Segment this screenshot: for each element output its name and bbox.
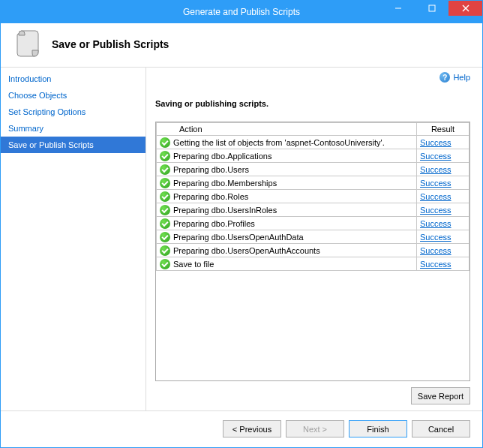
result-link[interactable]: Success — [420, 152, 452, 161]
action-text: Getting the list of objects from 'aspnet… — [173, 138, 385, 147]
result-link[interactable]: Success — [420, 138, 452, 147]
action-cell: Preparing dbo.Memberships — [157, 176, 417, 190]
nav-set-scripting-options[interactable]: Set Scripting Options — [1, 104, 146, 120]
table-row: Preparing dbo.UsersOpenAuthAccountsSucce… — [157, 244, 470, 257]
action-text: Preparing dbo.Applications — [173, 152, 272, 161]
success-icon — [160, 232, 170, 242]
minimize-button[interactable] — [381, 1, 415, 16]
action-cell: Preparing dbo.UsersOpenAuthData — [157, 230, 417, 244]
success-icon — [160, 205, 170, 215]
nav-choose-objects[interactable]: Choose Objects — [1, 87, 146, 104]
result-link[interactable]: Success — [420, 246, 452, 255]
nav-summary[interactable]: Summary — [1, 120, 146, 137]
cancel-button[interactable]: Cancel — [412, 420, 470, 437]
result-cell: Success — [417, 217, 470, 230]
result-cell: Success — [417, 149, 470, 163]
result-link[interactable]: Success — [420, 206, 452, 215]
table-row: Preparing dbo.ProfilesSuccess — [157, 217, 470, 230]
wizard-nav: Introduction Choose Objects Set Scriptin… — [1, 68, 146, 410]
scroll-icon — [13, 29, 43, 59]
success-icon — [160, 259, 170, 269]
table-row: Preparing dbo.RolesSuccess — [157, 190, 470, 203]
action-text: Save to file — [173, 260, 214, 269]
action-text: Preparing dbo.UsersOpenAuthData — [173, 233, 304, 242]
window-controls — [381, 1, 482, 23]
action-cell: Preparing dbo.Users — [157, 163, 417, 176]
nav-introduction[interactable]: Introduction — [1, 71, 146, 87]
result-cell: Success — [417, 203, 470, 217]
action-cell: Preparing dbo.Applications — [157, 149, 417, 163]
finish-button[interactable]: Finish — [349, 420, 407, 437]
column-action[interactable]: Action — [157, 123, 417, 136]
action-cell: Preparing dbo.UsersInRoles — [157, 203, 417, 217]
table-row: Save to fileSuccess — [157, 257, 470, 271]
result-cell: Success — [417, 190, 470, 203]
success-icon — [160, 191, 170, 202]
action-text: Preparing dbo.Memberships — [173, 179, 277, 188]
result-cell: Success — [417, 163, 470, 176]
result-link[interactable]: Success — [420, 165, 452, 174]
action-text: Preparing dbo.Profiles — [173, 219, 255, 228]
help-link[interactable]: ? Help — [440, 72, 470, 83]
result-link[interactable]: Success — [420, 192, 452, 201]
main-panel: ? Help Saving or publishing scripts. Act… — [146, 68, 482, 410]
nav-save-or-publish-scripts[interactable]: Save or Publish Scripts — [1, 137, 146, 153]
close-button[interactable] — [448, 1, 482, 16]
success-icon — [160, 178, 170, 188]
table-row: Preparing dbo.ApplicationsSuccess — [157, 149, 470, 163]
action-cell: Getting the list of objects from 'aspnet… — [157, 136, 417, 149]
previous-button[interactable]: < Previous — [223, 420, 281, 437]
table-row: Preparing dbo.UsersOpenAuthDataSuccess — [157, 230, 470, 244]
titlebar: Generate and Publish Scripts — [1, 1, 482, 23]
action-cell: Save to file — [157, 257, 417, 271]
table-row: Preparing dbo.MembershipsSuccess — [157, 176, 470, 190]
results-table: Action Result Getting the list of object… — [156, 122, 470, 271]
wizard-footer: < Previous Next > Finish Cancel — [1, 410, 482, 446]
success-icon — [160, 151, 170, 161]
action-text: Preparing dbo.Roles — [173, 192, 248, 201]
status-text: Saving or publishing scripts. — [155, 99, 470, 108]
result-cell: Success — [417, 176, 470, 190]
help-label: Help — [453, 73, 470, 82]
success-icon — [160, 164, 170, 175]
action-text: Preparing dbo.Users — [173, 165, 249, 174]
result-cell: Success — [417, 257, 470, 271]
success-icon — [160, 137, 170, 148]
table-row: Getting the list of objects from 'aspnet… — [157, 136, 470, 149]
result-link[interactable]: Success — [420, 233, 452, 242]
save-report-button[interactable]: Save Report — [411, 387, 470, 404]
result-link[interactable]: Success — [420, 260, 452, 269]
result-link[interactable]: Success — [420, 219, 452, 228]
action-cell: Preparing dbo.Profiles — [157, 217, 417, 230]
result-cell: Success — [417, 136, 470, 149]
wizard-header: Save or Publish Scripts — [1, 23, 482, 68]
action-text: Preparing dbo.UsersInRoles — [173, 206, 277, 215]
result-cell: Success — [417, 230, 470, 244]
column-result[interactable]: Result — [417, 123, 470, 136]
help-icon: ? — [440, 72, 450, 83]
maximize-button[interactable] — [415, 1, 448, 16]
action-cell: Preparing dbo.Roles — [157, 190, 417, 203]
success-icon — [160, 245, 170, 256]
next-button: Next > — [286, 420, 344, 437]
result-link[interactable]: Success — [420, 179, 452, 188]
table-row: Preparing dbo.UsersSuccess — [157, 163, 470, 176]
action-cell: Preparing dbo.UsersOpenAuthAccounts — [157, 244, 417, 257]
table-row: Preparing dbo.UsersInRolesSuccess — [157, 203, 470, 217]
svg-rect-1 — [429, 5, 435, 11]
results-table-wrap: Action Result Getting the list of object… — [155, 122, 470, 381]
action-text: Preparing dbo.UsersOpenAuthAccounts — [173, 246, 320, 255]
page-title: Save or Publish Scripts — [52, 38, 169, 50]
success-icon — [160, 218, 170, 229]
result-cell: Success — [417, 244, 470, 257]
